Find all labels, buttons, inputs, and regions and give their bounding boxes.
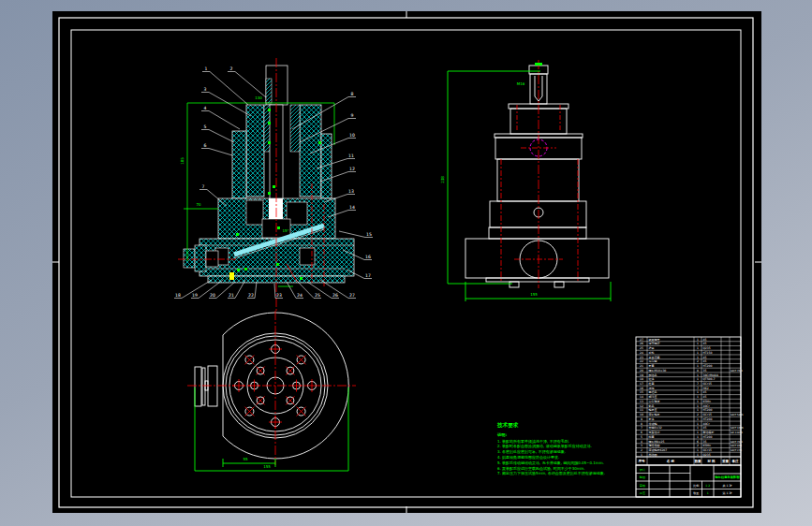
svg-text:缸体: 缸体 <box>649 377 655 381</box>
svg-text:26: 26 <box>640 342 643 345</box>
balloon-number: 25 <box>315 293 320 298</box>
svg-text:45: 45 <box>703 426 707 430</box>
balloon-number: 19 <box>192 293 198 298</box>
svg-text:15: 15 <box>640 390 643 394</box>
svg-text:导向键: 导向键 <box>649 359 657 363</box>
svg-text:40Cr: 40Cr <box>703 404 711 408</box>
balloon-number: 23 <box>276 293 282 298</box>
svg-text:1: 1 <box>697 453 699 457</box>
svg-text:耐油橡胶: 耐油橡胶 <box>703 431 715 434</box>
bom-row: 8传动轴140Cr <box>641 422 710 426</box>
svg-text:45: 45 <box>703 342 707 345</box>
bom-row: 22导向键245 <box>640 359 706 363</box>
svg-text:滚动轴承6207: 滚动轴承6207 <box>649 448 668 452</box>
hole-center-mark <box>232 379 245 392</box>
svg-text:手轮: 手轮 <box>649 351 655 355</box>
svg-text:QT500-7: QT500-7 <box>703 377 716 381</box>
title-block-text: 数量 <box>693 491 699 495</box>
svg-text:柱塞: 柱塞 <box>649 382 655 386</box>
svg-text:1: 1 <box>641 453 642 457</box>
svg-text:21: 21 <box>640 364 643 368</box>
svg-text:调节螺杆: 调节螺杆 <box>649 342 660 345</box>
svg-text:GCr15: GCr15 <box>703 448 713 452</box>
title-block-text: 1:2 <box>705 484 710 488</box>
cad-drawing-canvas: 1234567891011121314151617181920212223242… <box>0 0 812 526</box>
bom-row: 20螺钉M10×30835GB/T 70.1 <box>640 369 743 373</box>
svg-text:传动轴: 传动轴 <box>649 422 657 426</box>
cad-preview-stage: 1234567891011121314151617181920212223242… <box>0 0 812 526</box>
leader-line <box>339 231 365 238</box>
svg-text:1: 1 <box>697 408 699 412</box>
shaft-end-view <box>195 366 217 406</box>
svg-text:弹性挡圈: 弹性挡圈 <box>649 444 660 447</box>
bom-row: 7平键8×32145GB/T 1096 <box>641 426 744 430</box>
bom-header-cell: 数量 <box>693 459 701 463</box>
svg-text:GCr15: GCr15 <box>703 413 713 416</box>
svg-text:16: 16 <box>640 387 643 390</box>
balloon-number: 1 <box>205 66 208 71</box>
svg-text:11: 11 <box>640 408 643 412</box>
svg-text:锁紧螺母: 锁紧螺母 <box>648 338 660 342</box>
title-block-cell <box>670 481 690 489</box>
svg-text:GB/T 70.1: GB/T 70.1 <box>731 441 743 444</box>
svg-text:2: 2 <box>641 448 642 452</box>
svg-text:22: 22 <box>640 359 643 363</box>
svg-text:HT150: HT150 <box>703 351 713 355</box>
svg-text:1: 1 <box>697 377 699 381</box>
title-block-cell <box>649 481 670 489</box>
svg-text:1: 1 <box>697 356 699 359</box>
svg-text:1: 1 <box>697 400 699 403</box>
svg-text:配油盘: 配油盘 <box>649 373 657 377</box>
title-block-cell <box>670 474 690 482</box>
svg-text:7: 7 <box>697 382 699 386</box>
balloon-number: 7 <box>202 184 205 189</box>
svg-text:滚针轴承: 滚针轴承 <box>649 413 660 416</box>
svg-text:2: 2 <box>697 413 699 416</box>
svg-text:端盖: 端盖 <box>649 435 655 439</box>
bom-header-cell: 名 称 <box>666 459 675 463</box>
svg-text:38CrMoAlA: 38CrMoAlA <box>703 373 719 377</box>
parts-list-table: 序号名 称数量材 料重量备注27锁紧螺母14526调节螺杆14525护罩1Q23… <box>636 337 744 465</box>
svg-text:挡油圈: 挡油圈 <box>649 453 657 457</box>
svg-text:23: 23 <box>640 356 643 359</box>
leader-line <box>209 130 234 143</box>
bom-header-cell: 材 料 <box>706 459 716 463</box>
hole-center-mark <box>269 343 282 356</box>
hole-center-mark <box>248 380 260 392</box>
bom-row: 19配油盘138CrMoAlA <box>640 373 719 377</box>
technical-notes: 技术要求说明:1. 装配前所有零件须清洗干净, 不得有毛刺.2. 装配时各配合面… <box>496 422 605 476</box>
svg-text:27: 27 <box>640 338 643 342</box>
svg-text:1: 1 <box>697 426 699 430</box>
svg-text:护罩: 护罩 <box>649 346 655 350</box>
svg-text:10: 10 <box>640 413 643 416</box>
svg-text:1: 1 <box>697 431 699 434</box>
svg-text:2: 2 <box>697 359 699 363</box>
bom-row: 6骨架油封1耐油橡胶GB 13871 <box>641 431 743 434</box>
svg-text:斜盘: 斜盘 <box>649 404 655 408</box>
svg-text:1: 1 <box>697 417 699 421</box>
bom-row: 25护罩1Q235 <box>640 346 711 350</box>
dimension-text: M16 <box>517 81 525 86</box>
svg-text:泵体: 泵体 <box>649 417 655 421</box>
svg-text:6: 6 <box>641 431 642 434</box>
svg-text:35: 35 <box>703 369 707 373</box>
balloon-number: 21 <box>229 293 234 298</box>
notes-line: 7. 额定压力下保压试验5min, 各结合面及密封处不得有渗漏现象. <box>497 471 605 476</box>
bom-row: 10滚针轴承2GCr15GB/T 5801 <box>640 413 744 416</box>
svg-text:滑靴: 滑靴 <box>649 387 655 390</box>
svg-text:GB/T 276: GB/T 276 <box>731 449 742 452</box>
bom-header-cell: 序号 <box>637 459 645 463</box>
balloon-number: 2 <box>230 66 233 71</box>
balloon-number: 4 <box>204 106 207 110</box>
svg-text:8: 8 <box>697 369 699 373</box>
bom-row: 17柱塞7GCr15 <box>640 382 712 386</box>
title-block-text: 共 1 张 <box>723 484 732 488</box>
dimension-text: 185 <box>180 157 185 165</box>
balloon-number: 17 <box>365 273 371 278</box>
bom-row: 16滑靴7H62 <box>640 387 709 390</box>
leader-line <box>274 284 275 299</box>
balloon-number: 5 <box>204 124 207 129</box>
bom-header-cell: 备注 <box>731 459 739 463</box>
balloon-number: 20 <box>210 293 215 298</box>
bom-row: 12斜盘140Cr <box>640 404 710 408</box>
